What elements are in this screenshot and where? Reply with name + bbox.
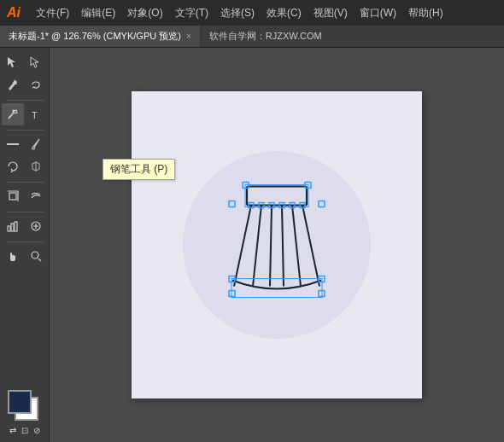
pen-tools: T — [0, 103, 49, 125]
active-tab[interactable]: 未标题-1* @ 126.76% (CMYK/GPU 预览) × — [0, 26, 201, 47]
svg-rect-2 — [7, 143, 19, 145]
type-tool[interactable]: T — [25, 103, 47, 125]
color-swatches: ⇄ ⊡ ⊘ — [4, 387, 45, 439]
menu-object[interactable]: 对象(O) — [122, 4, 167, 22]
symbol-tool[interactable] — [25, 215, 47, 237]
menu-effect[interactable]: 效果(C) — [261, 4, 307, 22]
warp-tool[interactable] — [25, 185, 47, 207]
reflect-tool[interactable] — [25, 155, 47, 177]
direct-selection-tool[interactable] — [25, 51, 47, 73]
svg-line-14 — [253, 206, 261, 287]
scale-tool[interactable] — [2, 185, 24, 207]
foreground-color-swatch[interactable] — [8, 390, 32, 414]
main-area: T — [0, 48, 504, 442]
zoom-tool[interactable] — [25, 245, 47, 267]
toolbar: T — [0, 48, 50, 442]
nav-tools — [0, 245, 49, 267]
separator-1 — [6, 100, 44, 101]
selection-tools — [0, 51, 49, 96]
swap-colors-icon[interactable]: ⇄ — [9, 426, 16, 435]
graph-tools — [0, 215, 49, 237]
svg-rect-24 — [229, 201, 235, 207]
paintbrush-tool[interactable] — [25, 133, 47, 155]
shape-tools — [0, 185, 49, 207]
menu-text[interactable]: 文字(T) — [170, 4, 214, 22]
pen-tool-tooltip: 钢笔工具 (P) — [103, 159, 175, 180]
separator-5 — [6, 241, 44, 242]
magic-wand-tool[interactable] — [2, 73, 24, 96]
second-tab[interactable]: 软件自学网：RJZXW.COM — [201, 26, 331, 47]
menu-edit[interactable]: 编辑(E) — [76, 4, 120, 22]
graph-tool[interactable] — [2, 215, 24, 237]
canvas-area[interactable]: 钢笔工具 (P) — [50, 48, 504, 442]
svg-rect-3 — [9, 193, 16, 200]
separator-4 — [6, 212, 44, 212]
svg-point-0 — [13, 110, 15, 112]
none-icon[interactable]: ⊘ — [33, 426, 40, 435]
separator-3 — [6, 182, 44, 183]
hand-tool[interactable] — [2, 245, 24, 267]
artboard — [132, 91, 422, 398]
svg-rect-6 — [15, 222, 17, 231]
default-colors-icon[interactable]: ⊡ — [21, 426, 28, 435]
swatch-stack — [8, 390, 42, 424]
svg-rect-10 — [245, 185, 308, 207]
svg-rect-4 — [8, 226, 10, 231]
lasso-tool[interactable] — [25, 73, 47, 96]
menu-bar: 文件(F) 编辑(E) 对象(O) 文字(T) 选择(S) 效果(C) 视图(V… — [31, 4, 448, 22]
svg-line-17 — [292, 206, 301, 287]
svg-rect-5 — [11, 224, 14, 231]
menu-window[interactable]: 窗口(W) — [355, 4, 401, 22]
active-tab-label: 未标题-1* @ 126.76% (CMYK/GPU 预览) — [9, 30, 181, 43]
title-bar: Ai 文件(F) 编辑(E) 对象(O) 文字(T) 选择(S) 效果(C) 视… — [0, 0, 504, 26]
selection-tool[interactable] — [2, 51, 24, 73]
menu-help[interactable]: 帮助(H) — [403, 4, 448, 22]
svg-line-18 — [302, 206, 319, 287]
menu-select[interactable]: 选择(S) — [215, 4, 260, 22]
rotate-tool[interactable] — [2, 155, 24, 177]
menu-file[interactable]: 文件(F) — [31, 4, 74, 22]
svg-text:T: T — [32, 110, 38, 120]
menu-view[interactable]: 视图(V) — [308, 4, 353, 22]
svg-rect-25 — [319, 201, 325, 207]
svg-line-15 — [270, 206, 272, 287]
pen-tool[interactable] — [2, 103, 24, 125]
tooltip-text: 钢笔工具 (P) — [110, 163, 167, 175]
svg-point-8 — [32, 252, 38, 259]
app-logo: Ai — [7, 5, 21, 20]
separator-2 — [6, 130, 44, 131]
svg-rect-9 — [247, 187, 307, 206]
svg-line-13 — [234, 206, 251, 287]
swatch-icons-row: ⇄ ⊡ ⊘ — [9, 426, 40, 435]
second-tab-label: 软件自学网：RJZXW.COM — [209, 30, 322, 43]
shuttlecock-icon — [208, 172, 345, 319]
tab-bar: 未标题-1* @ 126.76% (CMYK/GPU 预览) × 软件自学网：R… — [0, 26, 504, 48]
line-tool[interactable] — [2, 133, 24, 155]
tab-close-button[interactable]: × — [186, 32, 191, 41]
svg-line-16 — [282, 206, 284, 287]
line-tools — [0, 133, 49, 177]
